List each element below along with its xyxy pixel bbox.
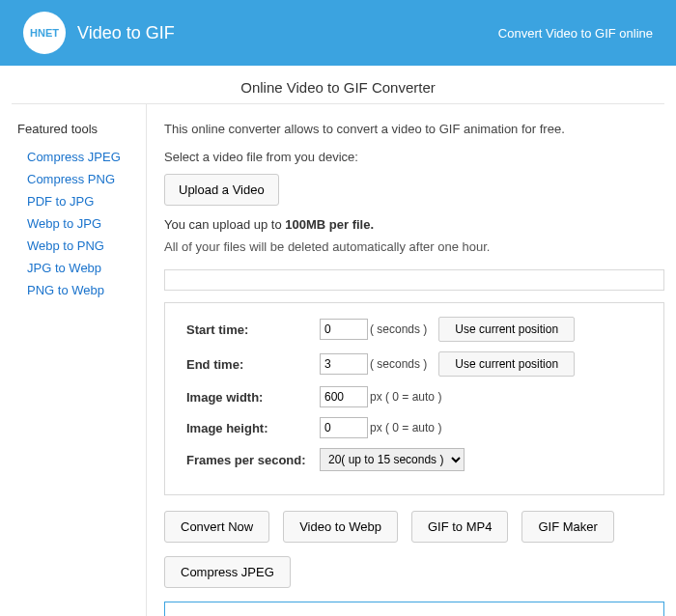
input-image-width[interactable] (320, 386, 368, 407)
row-image-height: Image height: px ( 0 = auto ) (186, 417, 642, 438)
label-start-time: Start time: (186, 322, 320, 337)
settings-box: Start time: ( seconds ) Use current posi… (164, 302, 664, 495)
unit-image-width: px ( 0 = auto ) (370, 390, 441, 404)
sidebar: Featured tools Compress JPEG Compress PN… (12, 104, 147, 616)
sidebar-item-compress-jpeg[interactable]: Compress JPEG (17, 146, 138, 168)
limit-prefix: You can upload up to (164, 217, 285, 232)
sidebar-item-compress-png[interactable]: Compress PNG (17, 168, 138, 190)
row-fps: Frames per second: 20( up to 15 seconds … (186, 448, 642, 471)
unit-start-time: ( seconds ) (370, 322, 427, 336)
unit-image-height: px ( 0 = auto ) (370, 421, 441, 434)
hint-box: Click the "Convert Now" button to conver… (164, 602, 664, 616)
select-fps[interactable]: 20( up to 15 seconds ) (320, 448, 465, 471)
compress-jpeg-button[interactable]: Compress JPEG (164, 556, 291, 588)
intro-text: This online converter allows to convert … (164, 122, 664, 136)
action-buttons: Convert Now Video to Webp GIF to MP4 GIF… (164, 511, 664, 588)
start-time-use-position-button[interactable]: Use current position (438, 317, 575, 342)
header: HNET Video to GIF Convert Video to GIF o… (0, 0, 676, 66)
label-fps: Frames per second: (186, 453, 320, 467)
input-image-height[interactable] (320, 417, 368, 438)
unit-end-time: ( seconds ) (370, 357, 427, 371)
sidebar-item-webp-to-png[interactable]: Webp to PNG (17, 235, 138, 257)
gif-maker-button[interactable]: GIF Maker (521, 511, 613, 543)
row-image-width: Image width: px ( 0 = auto ) (186, 386, 642, 407)
file-list-box (164, 269, 664, 291)
video-to-webp-button[interactable]: Video to Webp (283, 511, 398, 543)
sidebar-title: Featured tools (17, 122, 138, 136)
label-image-height: Image height: (186, 421, 320, 435)
row-end-time: End time: ( seconds ) Use current positi… (186, 351, 642, 377)
upload-video-button[interactable]: Upload a Video (164, 174, 279, 206)
input-start-time[interactable] (320, 319, 368, 340)
label-image-width: Image width: (186, 390, 320, 405)
sidebar-item-png-to-webp[interactable]: PNG to Webp (17, 279, 138, 301)
header-title: Video to GIF (77, 23, 175, 43)
logo-icon: HNET (23, 12, 66, 54)
gif-to-mp4-button[interactable]: GIF to MP4 (411, 511, 508, 543)
page-title: Online Video to GIF Converter (12, 66, 664, 104)
end-time-use-position-button[interactable]: Use current position (438, 351, 575, 377)
header-right-link[interactable]: Convert Video to GIF online (498, 26, 653, 41)
sidebar-item-webp-to-jpg[interactable]: Webp to JPG (17, 212, 138, 235)
convert-now-button[interactable]: Convert Now (164, 511, 269, 543)
limit-bold: 100MB per file. (285, 217, 374, 232)
main-content: This online converter allows to convert … (147, 104, 664, 616)
sidebar-item-jpg-to-webp[interactable]: JPG to Webp (17, 257, 138, 279)
upload-limit-text: You can upload up to 100MB per file. (164, 217, 664, 232)
row-start-time: Start time: ( seconds ) Use current posi… (186, 317, 642, 342)
header-left: HNET Video to GIF (23, 12, 175, 54)
sidebar-item-pdf-to-jpg[interactable]: PDF to JPG (17, 190, 138, 212)
input-end-time[interactable] (320, 353, 368, 375)
select-file-label: Select a video file from you device: (164, 150, 664, 164)
delete-note: All of your files will be deleted automa… (164, 239, 664, 254)
label-end-time: End time: (186, 357, 320, 372)
